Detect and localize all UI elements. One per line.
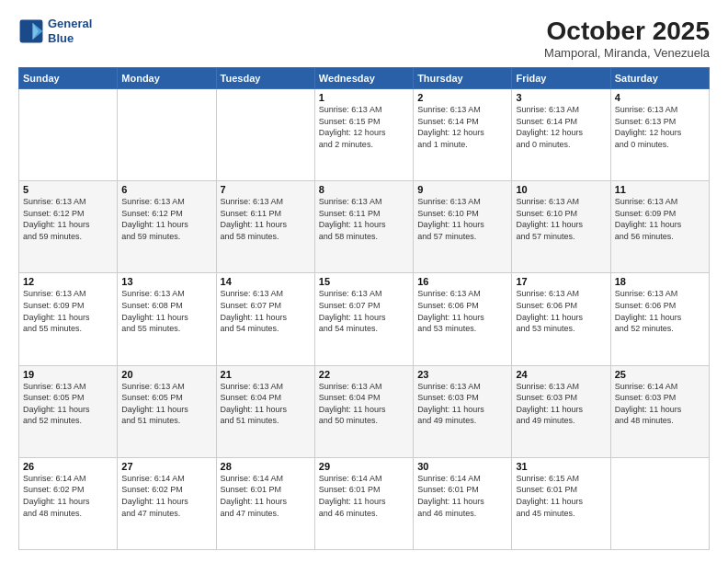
day-info: Sunrise: 6:13 AM Sunset: 6:03 PM Dayligh…	[516, 381, 606, 427]
logo-text: General Blue	[48, 17, 92, 45]
weekday-header: Thursday	[414, 68, 512, 89]
calendar-cell: 10Sunrise: 6:13 AM Sunset: 6:10 PM Dayli…	[512, 181, 610, 273]
day-info: Sunrise: 6:13 AM Sunset: 6:10 PM Dayligh…	[516, 196, 606, 242]
calendar-cell	[610, 457, 709, 549]
calendar-cell: 2Sunrise: 6:13 AM Sunset: 6:14 PM Daylig…	[414, 89, 512, 181]
day-info: Sunrise: 6:13 AM Sunset: 6:14 PM Dayligh…	[417, 104, 507, 150]
day-info: Sunrise: 6:14 AM Sunset: 6:02 PM Dayligh…	[121, 473, 211, 519]
day-info: Sunrise: 6:13 AM Sunset: 6:14 PM Dayligh…	[516, 104, 606, 150]
day-info: Sunrise: 6:13 AM Sunset: 6:05 PM Dayligh…	[121, 381, 211, 427]
day-number: 11	[615, 184, 705, 195]
day-info: Sunrise: 6:13 AM Sunset: 6:07 PM Dayligh…	[319, 288, 409, 334]
calendar-cell: 1Sunrise: 6:13 AM Sunset: 6:15 PM Daylig…	[314, 89, 413, 181]
day-number: 16	[417, 276, 507, 287]
day-info: Sunrise: 6:13 AM Sunset: 6:09 PM Dayligh…	[23, 288, 113, 334]
calendar-cell: 11Sunrise: 6:13 AM Sunset: 6:09 PM Dayli…	[610, 181, 709, 273]
day-number: 31	[516, 461, 606, 472]
day-info: Sunrise: 6:13 AM Sunset: 6:04 PM Dayligh…	[221, 381, 311, 427]
day-number: 25	[615, 369, 705, 380]
day-info: Sunrise: 6:13 AM Sunset: 6:06 PM Dayligh…	[417, 288, 507, 334]
calendar-cell: 5Sunrise: 6:13 AM Sunset: 6:12 PM Daylig…	[19, 181, 118, 273]
day-number: 15	[319, 276, 409, 287]
day-number: 4	[615, 92, 705, 103]
day-info: Sunrise: 6:14 AM Sunset: 6:01 PM Dayligh…	[221, 473, 311, 519]
day-number: 1	[319, 92, 409, 103]
day-info: Sunrise: 6:13 AM Sunset: 6:10 PM Dayligh…	[417, 196, 507, 242]
calendar-cell: 31Sunrise: 6:15 AM Sunset: 6:01 PM Dayli…	[512, 457, 610, 549]
day-info: Sunrise: 6:13 AM Sunset: 6:13 PM Dayligh…	[615, 104, 705, 150]
day-number: 14	[221, 276, 311, 287]
day-number: 6	[121, 184, 211, 195]
day-number: 3	[516, 92, 606, 103]
calendar-cell: 21Sunrise: 6:13 AM Sunset: 6:04 PM Dayli…	[216, 365, 314, 457]
day-number: 28	[221, 461, 311, 472]
day-number: 12	[23, 276, 113, 287]
calendar-cell: 26Sunrise: 6:14 AM Sunset: 6:02 PM Dayli…	[19, 457, 118, 549]
calendar-cell: 25Sunrise: 6:14 AM Sunset: 6:03 PM Dayli…	[610, 365, 709, 457]
calendar-cell: 18Sunrise: 6:13 AM Sunset: 6:06 PM Dayli…	[610, 273, 709, 365]
day-info: Sunrise: 6:13 AM Sunset: 6:06 PM Dayligh…	[516, 288, 606, 334]
calendar-cell: 22Sunrise: 6:13 AM Sunset: 6:04 PM Dayli…	[314, 365, 413, 457]
day-number: 27	[121, 461, 211, 472]
title-block: October 2025 Mamporal, Miranda, Venezuel…	[544, 17, 710, 60]
day-info: Sunrise: 6:13 AM Sunset: 6:05 PM Dayligh…	[23, 381, 113, 427]
calendar-cell: 7Sunrise: 6:13 AM Sunset: 6:11 PM Daylig…	[216, 181, 314, 273]
weekday-header: Monday	[118, 68, 216, 89]
day-info: Sunrise: 6:14 AM Sunset: 6:01 PM Dayligh…	[417, 473, 507, 519]
day-number: 8	[319, 184, 409, 195]
calendar-cell: 29Sunrise: 6:14 AM Sunset: 6:01 PM Dayli…	[314, 457, 413, 549]
day-number: 26	[23, 461, 113, 472]
calendar-cell: 9Sunrise: 6:13 AM Sunset: 6:10 PM Daylig…	[414, 181, 512, 273]
calendar-cell: 15Sunrise: 6:13 AM Sunset: 6:07 PM Dayli…	[314, 273, 413, 365]
day-info: Sunrise: 6:13 AM Sunset: 6:09 PM Dayligh…	[615, 196, 705, 242]
day-info: Sunrise: 6:15 AM Sunset: 6:01 PM Dayligh…	[516, 473, 606, 519]
calendar-cell: 3Sunrise: 6:13 AM Sunset: 6:14 PM Daylig…	[512, 89, 610, 181]
day-number: 24	[516, 369, 606, 380]
day-number: 21	[221, 369, 311, 380]
calendar-table: SundayMondayTuesdayWednesdayThursdayFrid…	[18, 67, 710, 550]
day-number: 18	[615, 276, 705, 287]
day-number: 7	[221, 184, 311, 195]
day-info: Sunrise: 6:13 AM Sunset: 6:08 PM Dayligh…	[121, 288, 211, 334]
day-number: 9	[417, 184, 507, 195]
location: Mamporal, Miranda, Venezuela	[544, 46, 710, 60]
calendar-cell: 12Sunrise: 6:13 AM Sunset: 6:09 PM Dayli…	[19, 273, 118, 365]
calendar-cell: 16Sunrise: 6:13 AM Sunset: 6:06 PM Dayli…	[414, 273, 512, 365]
day-number: 20	[121, 369, 211, 380]
header: General Blue October 2025 Mamporal, Mira…	[18, 17, 710, 60]
day-info: Sunrise: 6:13 AM Sunset: 6:11 PM Dayligh…	[319, 196, 409, 242]
day-info: Sunrise: 6:14 AM Sunset: 6:03 PM Dayligh…	[615, 381, 705, 427]
weekday-header: Tuesday	[216, 68, 314, 89]
day-info: Sunrise: 6:13 AM Sunset: 6:15 PM Dayligh…	[319, 104, 409, 150]
day-info: Sunrise: 6:13 AM Sunset: 6:06 PM Dayligh…	[615, 288, 705, 334]
day-number: 19	[23, 369, 113, 380]
day-info: Sunrise: 6:13 AM Sunset: 6:11 PM Dayligh…	[221, 196, 311, 242]
day-info: Sunrise: 6:13 AM Sunset: 6:07 PM Dayligh…	[221, 288, 311, 334]
calendar-cell: 27Sunrise: 6:14 AM Sunset: 6:02 PM Dayli…	[118, 457, 216, 549]
day-number: 23	[417, 369, 507, 380]
day-info: Sunrise: 6:14 AM Sunset: 6:01 PM Dayligh…	[319, 473, 409, 519]
day-number: 22	[319, 369, 409, 380]
calendar-cell: 17Sunrise: 6:13 AM Sunset: 6:06 PM Dayli…	[512, 273, 610, 365]
calendar-cell: 24Sunrise: 6:13 AM Sunset: 6:03 PM Dayli…	[512, 365, 610, 457]
day-number: 13	[121, 276, 211, 287]
day-number: 29	[319, 461, 409, 472]
weekday-header: Sunday	[19, 68, 118, 89]
day-number: 10	[516, 184, 606, 195]
calendar-cell: 8Sunrise: 6:13 AM Sunset: 6:11 PM Daylig…	[314, 181, 413, 273]
weekday-header: Friday	[512, 68, 610, 89]
calendar-cell: 23Sunrise: 6:13 AM Sunset: 6:03 PM Dayli…	[414, 365, 512, 457]
calendar-cell: 14Sunrise: 6:13 AM Sunset: 6:07 PM Dayli…	[216, 273, 314, 365]
calendar-cell: 30Sunrise: 6:14 AM Sunset: 6:01 PM Dayli…	[414, 457, 512, 549]
month-year: October 2025	[544, 17, 710, 46]
calendar-cell: 4Sunrise: 6:13 AM Sunset: 6:13 PM Daylig…	[610, 89, 709, 181]
day-info: Sunrise: 6:13 AM Sunset: 6:12 PM Dayligh…	[121, 196, 211, 242]
calendar-cell	[19, 89, 118, 181]
calendar-cell: 20Sunrise: 6:13 AM Sunset: 6:05 PM Dayli…	[118, 365, 216, 457]
day-number: 17	[516, 276, 606, 287]
page: General Blue October 2025 Mamporal, Mira…	[0, 0, 728, 563]
weekday-header: Wednesday	[314, 68, 413, 89]
day-number: 5	[23, 184, 113, 195]
calendar-cell	[118, 89, 216, 181]
weekday-header: Saturday	[610, 68, 709, 89]
